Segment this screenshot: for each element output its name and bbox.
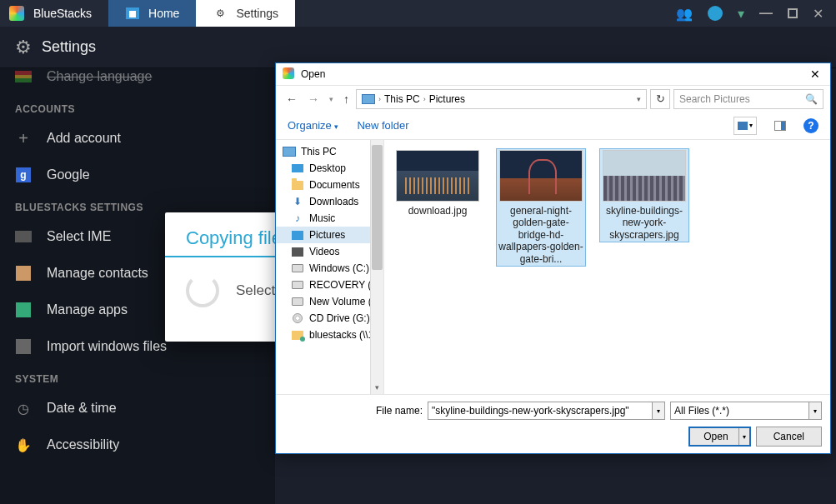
search-input[interactable]: Search Pictures 🔍	[673, 89, 823, 109]
dialog-toolbar: Organize ▾ New folder ▾ ?	[276, 112, 830, 140]
sidebar-item-label: Import windows files	[47, 339, 167, 354]
file-item[interactable]: download.jpg	[393, 148, 483, 218]
tree-scrollbar[interactable]: ▴ ▾	[370, 140, 383, 394]
preview-pane-button[interactable]	[768, 117, 792, 135]
file-grid[interactable]: download.jpg general-night-golden-gate-b…	[384, 140, 830, 394]
sidebar-item-label: Google	[47, 167, 90, 182]
tree-drive-d[interactable]: RECOVERY (D:)	[276, 277, 383, 293]
breadcrumb-folder[interactable]: Pictures	[429, 93, 465, 105]
tree-drive-f[interactable]: New Volume (F:)	[276, 293, 383, 310]
tree-drive-g[interactable]: CD Drive (G:)	[276, 310, 383, 327]
search-placeholder: Search Pictures	[679, 93, 750, 105]
sidebar-item-google[interactable]: g Google	[0, 157, 275, 193]
back-icon[interactable]: ←	[283, 91, 301, 107]
file-item[interactable]: skyline-buildings-new-york-skyscrapers.j…	[599, 148, 689, 242]
view-mode-button[interactable]: ▾	[733, 117, 757, 135]
tree-downloads[interactable]: ⬇Downloads	[276, 193, 383, 210]
thumbnail-icon	[499, 150, 583, 202]
sidebar-item-add-account[interactable]: + Add account	[0, 120, 275, 157]
filename-input[interactable]	[428, 402, 652, 420]
contacts-icon	[15, 265, 32, 282]
chevron-down-icon[interactable]: ▾	[637, 95, 641, 103]
plus-icon: +	[15, 130, 32, 147]
up-icon[interactable]: ↑	[340, 91, 353, 107]
folder-tree[interactable]: This PC Desktop Documents ⬇Downloads ♪Mu…	[276, 140, 384, 394]
import-icon	[15, 338, 32, 355]
tree-drive-c[interactable]: Windows (C:)	[276, 260, 383, 277]
dropdown-icon[interactable]: ▾	[738, 6, 744, 22]
file-name: general-night-golden-gate-bridge-hd-wall…	[498, 205, 584, 265]
sidebar-item-date[interactable]: ◷ Date & time	[0, 390, 275, 427]
friends-icon[interactable]: 👥	[676, 6, 693, 22]
drive-icon	[291, 296, 304, 307]
downloads-icon: ⬇	[291, 196, 304, 207]
tab-settings[interactable]: Settings	[196, 0, 295, 27]
filter-select[interactable]: All Files (*.*) ▾	[670, 402, 822, 420]
google-icon: g	[15, 167, 32, 183]
scrollbar-thumb[interactable]	[372, 145, 383, 270]
scroll-down-icon[interactable]: ▾	[371, 381, 383, 394]
clock-icon: ◷	[15, 400, 32, 417]
maximize-icon[interactable]	[788, 8, 798, 18]
thumbnail-icon	[396, 150, 479, 202]
gear-icon: ⚙	[15, 37, 32, 58]
cd-icon	[291, 312, 304, 324]
sidebar-item-accessibility[interactable]: ✋ Accessibility	[0, 427, 275, 463]
cancel-button[interactable]: Cancel	[756, 427, 822, 447]
dialog-nav: ← → ▾ ↑ › This PC › Pictures ▾ ↻ Search …	[276, 85, 830, 112]
file-open-dialog: Open ✕ ← → ▾ ↑ › This PC › Pictures ▾ ↻ …	[275, 62, 831, 454]
file-item[interactable]: general-night-golden-gate-bridge-hd-wall…	[496, 148, 586, 267]
file-name: skyline-buildings-new-york-skyscrapers.j…	[601, 205, 688, 241]
filter-dropdown-icon[interactable]: ▾	[808, 402, 822, 420]
music-icon: ♪	[291, 212, 304, 224]
videos-icon	[291, 246, 304, 257]
minimize-icon[interactable]: —	[759, 6, 773, 21]
tab-home-label: Home	[148, 7, 179, 20]
location-icon[interactable]	[708, 6, 723, 21]
app-logo-icon	[8, 5, 25, 22]
help-icon[interactable]: ?	[803, 118, 818, 133]
sidebar-item-label: Manage apps	[47, 302, 128, 317]
drive-icon	[291, 279, 304, 291]
tab-settings-label: Settings	[236, 7, 278, 20]
tree-videos[interactable]: Videos	[276, 243, 383, 260]
window-controls: 👥 ▾ — ✕	[676, 6, 836, 22]
tree-network[interactable]: bluestacks (\\10...	[276, 327, 383, 343]
tree-desktop[interactable]: Desktop	[276, 160, 383, 177]
tree-this-pc[interactable]: This PC	[276, 143, 383, 160]
dialog-icon	[283, 67, 296, 81]
refresh-icon[interactable]: ↻	[650, 89, 670, 109]
dialog-titlebar: Open ✕	[276, 63, 830, 85]
close-icon[interactable]: ✕	[807, 67, 823, 81]
open-button[interactable]: Open ▾	[688, 427, 750, 447]
tree-music[interactable]: ♪Music	[276, 210, 383, 227]
breadcrumb[interactable]: › This PC › Pictures ▾	[356, 89, 647, 109]
chevron-right-icon: ›	[423, 95, 426, 103]
language-icon	[15, 68, 32, 85]
desktop-icon	[291, 162, 304, 174]
section-system: SYSTEM	[0, 365, 275, 390]
pc-icon	[283, 146, 296, 157]
pictures-icon	[291, 229, 304, 241]
recent-dropdown-icon[interactable]: ▾	[326, 93, 337, 105]
tab-home[interactable]: Home	[108, 0, 196, 27]
file-name: download.jpg	[394, 205, 481, 217]
organize-menu[interactable]: Organize ▾	[288, 119, 338, 132]
chevron-down-icon: ▾	[334, 122, 338, 131]
gear-icon	[213, 6, 228, 21]
filename-input-wrap: ▾	[428, 402, 665, 420]
filename-label: File name:	[376, 405, 423, 417]
open-split-dropdown-icon[interactable]: ▾	[738, 428, 749, 445]
thumbnail-icon	[603, 150, 686, 202]
tree-documents[interactable]: Documents	[276, 177, 383, 193]
forward-icon[interactable]: →	[304, 91, 323, 107]
close-icon[interactable]: ✕	[813, 6, 823, 22]
sidebar-item-language[interactable]: Change language	[0, 68, 275, 95]
filename-dropdown-icon[interactable]: ▾	[652, 402, 665, 420]
breadcrumb-root[interactable]: This PC	[384, 93, 420, 105]
home-icon	[125, 6, 140, 21]
app-titlebar: BlueStacks Home Settings 👥 ▾ — ✕	[0, 0, 836, 27]
new-folder-button[interactable]: New folder	[357, 119, 408, 132]
tab-strip: Home Settings	[108, 0, 295, 27]
tree-pictures[interactable]: Pictures	[276, 227, 383, 243]
